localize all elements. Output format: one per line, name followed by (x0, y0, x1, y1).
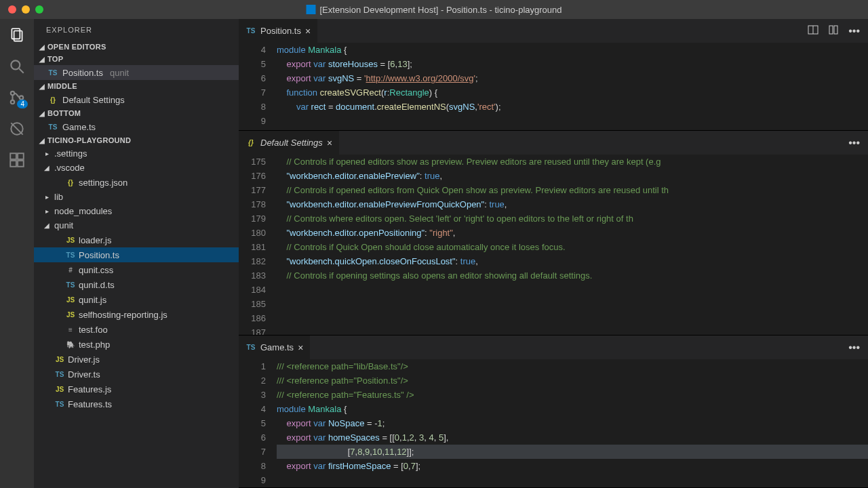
open-editor-game[interactable]: TS Game.ts (34, 119, 239, 134)
vscode-icon (307, 5, 316, 14)
extensions-icon[interactable] (7, 150, 26, 169)
js-icon: JS (54, 384, 65, 394)
open-editor-default-settings[interactable]: {} Default Settings (34, 92, 239, 107)
svg-rect-1 (14, 31, 22, 41)
file-item[interactable]: JSselfhosting-reporting.js (34, 307, 239, 322)
svg-line-3 (19, 68, 24, 73)
svg-rect-10 (10, 161, 16, 167)
window-title: [Extension Development Host] - Position.… (307, 5, 562, 15)
js-icon: JS (65, 235, 76, 245)
svg-rect-16 (834, 26, 837, 34)
close-icon[interactable]: × (305, 26, 311, 37)
window-controls (0, 5, 43, 14)
maximize-window-button[interactable] (35, 5, 43, 14)
more-icon[interactable]: ••• (848, 25, 860, 37)
source-control-icon[interactable]: 4 (7, 88, 26, 107)
json-icon: {} (245, 138, 256, 148)
open-editor-position[interactable]: TS Position.ts qunit (34, 65, 239, 80)
editor-group-top: TS Position.ts × ••• 456789module Mankal… (239, 19, 868, 131)
svg-rect-15 (829, 26, 833, 34)
file-icon: ≡ (65, 324, 76, 335)
debug-icon[interactable] (7, 119, 26, 138)
sidebar-title: EXPLORER (34, 19, 239, 41)
js-icon: JS (65, 309, 76, 320)
window-titlebar: [Extension Development Host] - Position.… (0, 0, 868, 19)
file-item[interactable]: #qunit.css (34, 262, 239, 277)
js-icon: JS (54, 354, 65, 365)
tab-default-settings[interactable]: {} Default Settings × (239, 131, 340, 155)
svg-point-5 (11, 100, 14, 104)
bottom-group-header[interactable]: ◢BOTTOM (34, 107, 239, 119)
json-icon: {} (47, 94, 58, 105)
file-item[interactable]: 🐘test.php (34, 337, 239, 352)
file-item[interactable]: JSqunit.js (34, 292, 239, 307)
split-editor-icon[interactable] (808, 24, 818, 38)
close-icon[interactable]: × (298, 342, 303, 353)
folder-item[interactable]: ▸.settings (34, 146, 239, 161)
file-item[interactable]: TSDriver.ts (34, 367, 239, 382)
minimize-window-button[interactable] (22, 5, 30, 14)
middle-group-header[interactable]: ◢MIDDLE (34, 80, 239, 92)
file-item[interactable]: JSFeatures.js (34, 382, 239, 396)
tab-position[interactable]: TS Position.ts × (239, 19, 318, 43)
folder-item[interactable]: ◢.vscode (34, 161, 239, 175)
svg-point-6 (20, 96, 23, 99)
css-icon: # (65, 264, 76, 275)
ts-icon: TS (54, 369, 65, 380)
chevron-icon: ▸ (42, 207, 52, 215)
ts-icon: TS (65, 249, 76, 260)
activity-bar: 4 (0, 19, 34, 488)
close-icon[interactable]: × (327, 138, 332, 148)
file-item[interactable]: JSloader.js (34, 232, 239, 247)
tab-game[interactable]: TS Game.ts × (239, 336, 311, 359)
explorer-sidebar: EXPLORER ◢OPEN EDITORS ◢TOP TS Position.… (34, 19, 239, 488)
ts-icon: TS (245, 26, 256, 37)
folder-item[interactable]: ▸lib (34, 190, 239, 204)
file-item[interactable]: TSFeatures.ts (34, 396, 239, 411)
explorer-icon[interactable] (7, 26, 26, 45)
ts-icon: TS (65, 279, 76, 290)
svg-point-4 (11, 92, 14, 95)
folder-item[interactable]: ◢qunit (34, 218, 239, 232)
ts-icon: TS (47, 67, 58, 78)
editor-group-bottom: TS Game.ts × ••• 123456789/// <reference… (239, 336, 868, 488)
file-item[interactable]: {}settings.json (34, 175, 239, 190)
folder-item[interactable]: ▸node_modules (34, 204, 239, 218)
ts-icon: TS (245, 342, 256, 353)
chevron-icon: ▸ (42, 150, 52, 157)
workspace-section[interactable]: ◢TICINO-PLAYGROUND (34, 134, 239, 146)
chevron-icon: ▸ (42, 193, 52, 201)
top-group-header[interactable]: ◢TOP (34, 53, 239, 65)
js-icon: JS (65, 294, 76, 305)
svg-point-2 (11, 60, 20, 69)
more-icon[interactable]: ••• (848, 342, 860, 354)
file-item[interactable]: TSqunit.d.ts (34, 277, 239, 292)
chevron-icon: ◢ (42, 222, 52, 229)
svg-rect-9 (10, 153, 16, 159)
scm-badge: 4 (17, 100, 28, 108)
svg-rect-11 (18, 161, 24, 167)
chevron-icon: ◢ (42, 164, 52, 171)
editor-group-middle: {} Default Settings × ••• 17517617717817… (239, 131, 868, 336)
svg-rect-0 (12, 28, 20, 39)
file-item[interactable]: TSPosition.ts (34, 247, 239, 262)
file-item[interactable]: JSDriver.js (34, 352, 239, 367)
open-editors-section[interactable]: ◢OPEN EDITORS (34, 41, 239, 53)
json-icon: {} (65, 177, 76, 188)
ts-icon: TS (54, 399, 65, 409)
ts-icon: TS (47, 121, 58, 132)
close-window-button[interactable] (8, 5, 16, 14)
compare-icon[interactable] (828, 24, 839, 38)
svg-rect-12 (18, 153, 24, 159)
file-item[interactable]: ≡test.foo (34, 322, 239, 337)
php-icon: 🐘 (65, 339, 76, 350)
search-icon[interactable] (7, 57, 26, 76)
more-icon[interactable]: ••• (848, 137, 860, 149)
